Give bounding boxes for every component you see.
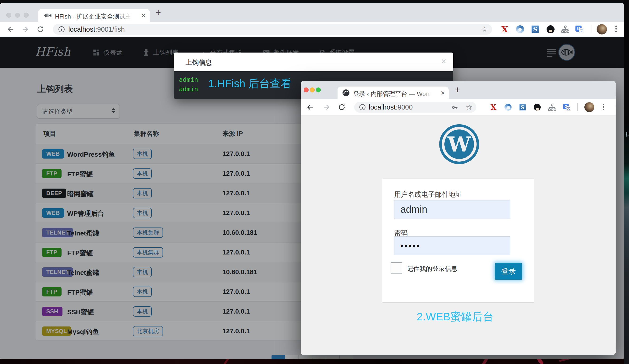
tab-close-icon[interactable]: ×: [141, 12, 146, 19]
extension-swirl-icon[interactable]: [515, 25, 524, 34]
tab-close-icon[interactable]: ×: [441, 89, 445, 96]
extension-translate-icon[interactable]: G文: [575, 25, 584, 34]
toolbar-separator: [591, 25, 591, 33]
wallpaper-glyph: 卡: [624, 131, 629, 138]
zoom-window-button[interactable]: [24, 13, 29, 18]
tab-title-fade: [118, 9, 134, 22]
extension-s-proxy-icon[interactable]: S: [531, 25, 540, 34]
new-tab-button[interactable]: +: [455, 85, 460, 94]
main-url-bar[interactable]: localhost:9001/fish ☆: [53, 24, 492, 35]
zoom-window-button[interactable]: [316, 88, 321, 92]
modal-header: 上钩信息 ×: [174, 53, 453, 71]
close-window-button[interactable]: [304, 88, 309, 92]
close-window-button[interactable]: [6, 13, 11, 18]
url-host: localhost: [369, 103, 396, 111]
wp-url-bar[interactable]: localhost:9000 ☆: [354, 102, 476, 113]
hfish-favicon: [44, 12, 52, 18]
url-path: :9000: [396, 103, 413, 111]
wordpress-logo: W: [439, 124, 479, 164]
bookmark-star-icon[interactable]: ☆: [481, 26, 488, 33]
login-form-card: 用户名或电子邮件地址 admin 密码 ••••• 记住我的登录信息 登录: [382, 179, 534, 302]
browser-menu-icon[interactable]: [603, 104, 605, 110]
main-toolbar: localhost:9001/fish ☆ X S G文: [0, 22, 624, 37]
extension-sitemap-icon[interactable]: [548, 103, 557, 112]
extension-sitemap-icon[interactable]: [561, 25, 570, 34]
wallpaper-right-strip: [624, 0, 629, 364]
username-label: 用户名或电子邮件地址: [394, 190, 462, 199]
username-value: admin: [400, 204, 427, 215]
reload-icon[interactable]: [36, 25, 44, 33]
bookmark-star-icon[interactable]: ☆: [466, 103, 472, 111]
tab-title-fade: [418, 87, 434, 99]
main-tabstrip: HFish - 扩展企业安全测试主动诱 × +: [0, 3, 624, 22]
site-info-icon[interactable]: [359, 104, 366, 111]
remember-me-label: 记住我的登录信息: [407, 265, 458, 273]
url-host: localhost: [68, 26, 95, 33]
wp-tabstrip: 登录 ‹ 内部管理平台 — WordPre × +: [301, 81, 616, 99]
minimize-window-button[interactable]: [15, 13, 20, 18]
login-button[interactable]: 登录: [495, 263, 522, 280]
new-tab-button[interactable]: +: [156, 8, 161, 17]
password-field[interactable]: •••••: [394, 236, 510, 255]
password-key-icon[interactable]: [452, 104, 458, 111]
desktop: 卡 HFish - 扩展企业安全测试主动诱 × +: [0, 0, 629, 364]
extension-afro-icon[interactable]: [533, 103, 542, 112]
extension-x-blocker-icon[interactable]: X: [500, 25, 509, 34]
extension-s-proxy-icon[interactable]: S: [518, 103, 527, 112]
reload-icon[interactable]: [338, 103, 346, 111]
back-icon[interactable]: [6, 25, 14, 33]
browser-profile-avatar[interactable]: [584, 102, 594, 112]
minimize-window-button[interactable]: [310, 88, 315, 92]
main-browser-tab[interactable]: HFish - 扩展企业安全测试主动诱 ×: [38, 9, 150, 22]
extension-x-blocker-icon[interactable]: X: [489, 103, 498, 112]
site-info-icon[interactable]: [58, 26, 65, 33]
forward-icon[interactable]: [21, 25, 29, 33]
wordpress-browser-window: 登录 ‹ 内部管理平台 — WordPre × +: [301, 81, 616, 355]
toolbar-separator: [577, 103, 578, 111]
wordpress-login-page: W 用户名或电子邮件地址 admin 密码 ••••• 记住我的登录信息 登录 …: [301, 115, 616, 355]
remember-me-checkbox[interactable]: [391, 262, 402, 274]
annotation-step1: 1.HFish 后台查看: [208, 77, 292, 91]
forward-icon[interactable]: [322, 103, 330, 111]
globe-favicon: [342, 89, 350, 97]
username-field[interactable]: admin: [394, 200, 510, 219]
password-value: •••••: [400, 242, 421, 250]
browser-menu-icon[interactable]: [615, 26, 617, 32]
wp-browser-tab[interactable]: 登录 ‹ 内部管理平台 — WordPre ×: [337, 87, 449, 99]
modal-title: 上钩信息: [185, 58, 212, 67]
extension-translate-icon[interactable]: G文: [563, 103, 571, 111]
back-icon[interactable]: [306, 103, 314, 111]
url-text: localhost:9001/fish: [68, 26, 125, 33]
browser-profile-avatar[interactable]: [597, 24, 607, 34]
url-path: :9001/fish: [95, 26, 125, 33]
url-text: localhost:9000: [369, 103, 413, 111]
wordpress-logo-letter: W: [444, 129, 474, 159]
modal-close-icon[interactable]: ×: [441, 57, 446, 66]
extension-afro-icon[interactable]: [546, 25, 555, 34]
extension-swirl-icon[interactable]: [504, 103, 512, 112]
annotation-step2: 2.WEB蜜罐后台: [417, 310, 493, 324]
wp-toolbar: localhost:9000 ☆ X S G文: [301, 99, 616, 115]
